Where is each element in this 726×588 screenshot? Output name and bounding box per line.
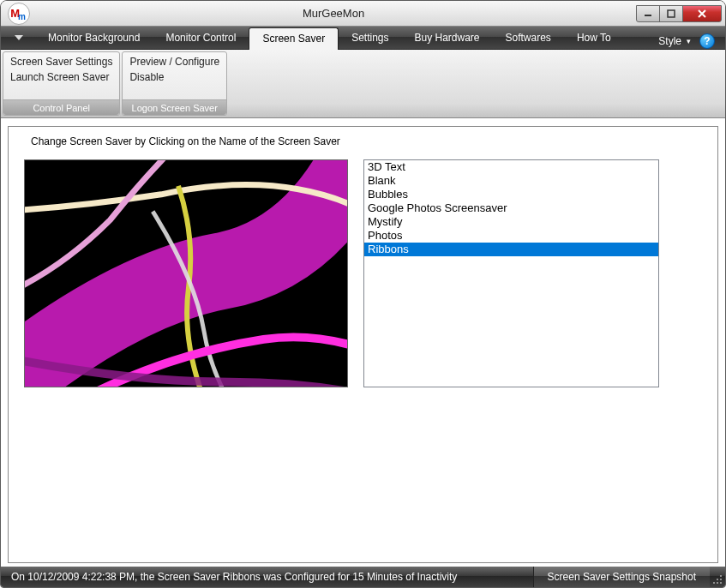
- svg-rect-3: [717, 579, 718, 580]
- app-logo: Mm: [8, 3, 30, 25]
- title-bar: Mm MurGeeMon: [1, 1, 725, 27]
- svg-rect-7: [720, 582, 722, 584]
- svg-rect-1: [668, 10, 675, 17]
- ribbon-right: Style ▾ ?: [653, 33, 720, 49]
- ribbon-panel: Screen Saver Settings Launch Screen Save…: [1, 50, 725, 118]
- svg-rect-2: [720, 575, 722, 577]
- tab-softwares[interactable]: Softwares: [493, 27, 564, 49]
- list-item[interactable]: Blank: [364, 174, 658, 188]
- app-window: Mm MurGeeMon Monitor Background Monitor …: [0, 0, 726, 588]
- ribbon-tabs: Monitor Background Monitor Control Scree…: [1, 27, 725, 50]
- list-item[interactable]: Google Photos Screensaver: [364, 201, 658, 215]
- list-item[interactable]: Bubbles: [364, 188, 658, 201]
- tab-settings[interactable]: Settings: [339, 27, 401, 49]
- svg-rect-6: [717, 582, 718, 584]
- svg-rect-0: [645, 15, 651, 16]
- help-icon[interactable]: ?: [699, 33, 715, 49]
- tab-screen-saver[interactable]: Screen Saver: [249, 27, 339, 50]
- tab-monitor-control[interactable]: Monitor Control: [153, 27, 249, 49]
- status-bar: On 10/12/2009 4:22:38 PM, the Screen Sav…: [1, 567, 725, 587]
- content-panel: Change Screen Saver by Clicking on the N…: [8, 126, 718, 563]
- maximize-button[interactable]: [659, 5, 683, 22]
- instruction-text: Change Screen Saver by Clicking on the N…: [31, 135, 702, 147]
- list-item[interactable]: 3D Text: [364, 160, 658, 174]
- ribbon-item-screen-saver-settings[interactable]: Screen Saver Settings: [10, 56, 112, 68]
- svg-rect-5: [713, 582, 715, 584]
- list-item[interactable]: Ribbons: [364, 243, 658, 256]
- tab-how-to[interactable]: How To: [564, 27, 624, 49]
- ribbon-group-control-panel: Screen Saver Settings Launch Screen Save…: [3, 51, 120, 116]
- tab-monitor-background[interactable]: Monitor Background: [35, 27, 153, 49]
- screensaver-list[interactable]: 3D TextBlankBubblesGoogle Photos Screens…: [363, 159, 659, 387]
- close-button[interactable]: [682, 5, 722, 22]
- app-menu-dropdown-icon[interactable]: [9, 30, 28, 45]
- ribbon-group-label: Logon Screen Saver: [123, 99, 226, 115]
- status-message: On 10/12/2009 4:22:38 PM, the Screen Sav…: [1, 571, 533, 583]
- snapshot-button[interactable]: Screen Saver Settings Snapshot: [533, 567, 710, 587]
- ribbon-item-disable[interactable]: Disable: [129, 71, 219, 83]
- window-title: MurGeeMon: [30, 7, 637, 20]
- tab-buy-hardware[interactable]: Buy Hardware: [401, 27, 492, 49]
- ribbon-group-logon-screen-saver: Preview / Configure Disable Logon Screen…: [122, 51, 227, 116]
- chevron-down-icon[interactable]: ▾: [687, 37, 691, 45]
- list-item[interactable]: Photos: [364, 229, 658, 243]
- screensaver-preview: [24, 159, 348, 387]
- minimize-button[interactable]: [636, 5, 660, 22]
- window-controls: [637, 5, 722, 22]
- ribbon-item-preview-configure[interactable]: Preview / Configure: [129, 56, 219, 68]
- list-item[interactable]: Mystify: [364, 215, 658, 229]
- ribbon-item-launch-screen-saver[interactable]: Launch Screen Saver: [10, 71, 112, 83]
- svg-rect-4: [720, 579, 722, 580]
- resize-grip-icon[interactable]: [710, 567, 725, 587]
- ribbon-group-label: Control Panel: [3, 99, 119, 115]
- style-menu[interactable]: Style: [653, 35, 687, 47]
